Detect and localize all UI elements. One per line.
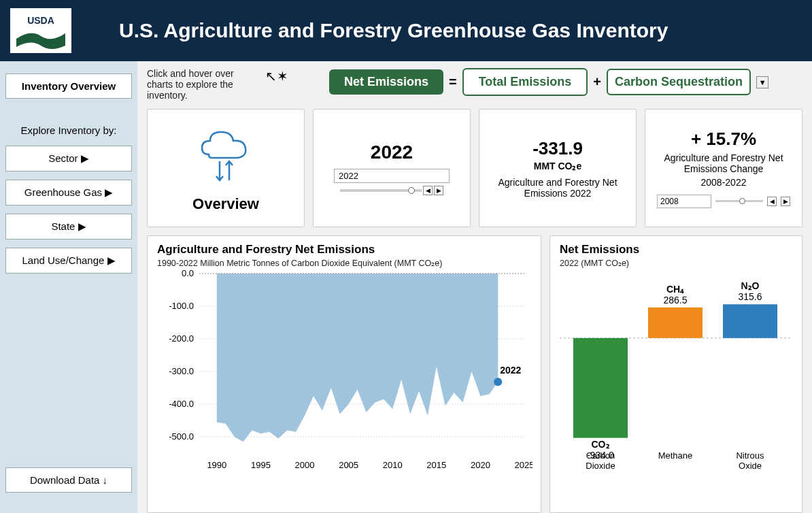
- net-value: -331.9: [532, 138, 583, 159]
- download-data-button[interactable]: Download Data ↓: [5, 467, 132, 493]
- change-desc-2: 2008-2022: [701, 177, 747, 188]
- svg-rect-33: [648, 308, 703, 338]
- svg-text:2025: 2025: [515, 460, 532, 470]
- cursor-icon: ↖✶: [265, 68, 288, 84]
- cloud-icon: [195, 124, 256, 188]
- sidebar-item-state[interactable]: State ▶: [5, 214, 132, 239]
- overview-label: Overview: [192, 195, 259, 213]
- change-value: + 15.7%: [691, 129, 756, 150]
- svg-text:2000: 2000: [295, 460, 315, 470]
- svg-text:286.5: 286.5: [663, 295, 687, 305]
- change-desc-1: Agriculture and Forestry Net Emissions C…: [654, 152, 794, 174]
- area-chart-title: Agriculture and Forestry Net Emissions: [157, 243, 531, 256]
- app-header: USDA U.S. Agriculture and Forestry Green…: [0, 0, 812, 61]
- area-chart[interactable]: 0.0-100.0-200.0-300.0-400.0-500.02022199…: [157, 268, 532, 472]
- svg-text:Nitrous: Nitrous: [736, 450, 764, 461]
- svg-text:Carbon: Carbon: [586, 450, 615, 461]
- sidebar-item-greenhouse-gas[interactable]: Greenhouse Gas ▶: [5, 180, 132, 205]
- sidebar-item-sector[interactable]: Sector ▶: [5, 146, 132, 171]
- explore-by-label: Explore Inventory by:: [5, 125, 132, 136]
- dropdown-toggle[interactable]: ▼: [756, 76, 768, 88]
- svg-text:2005: 2005: [339, 460, 358, 470]
- net-description: Agriculture and Forestry Net Emissions 2…: [488, 177, 628, 199]
- sidebar: Inventory Overview Explore Inventory by:…: [0, 61, 137, 513]
- carbon-sequestration-button[interactable]: Carbon Sequestration: [607, 69, 751, 95]
- svg-text:-500.0: -500.0: [169, 431, 194, 442]
- area-chart-subtitle: 1990-2022 Million Metric Tonnes of Carbo…: [157, 258, 531, 268]
- svg-text:1995: 1995: [251, 460, 271, 470]
- svg-text:-200.0: -200.0: [169, 333, 194, 344]
- net-emissions-button[interactable]: Net Emissions: [329, 69, 443, 95]
- svg-text:Methane: Methane: [658, 450, 693, 461]
- year-slider[interactable]: [340, 189, 422, 192]
- main-content: Click and hover over charts to explore t…: [137, 61, 812, 513]
- svg-text:2022: 2022: [500, 365, 521, 376]
- base-year-slider[interactable]: [715, 200, 763, 202]
- svg-text:USDA: USDA: [27, 15, 54, 26]
- svg-text:2015: 2015: [426, 460, 446, 470]
- base-next-button[interactable]: ▶: [781, 197, 790, 206]
- svg-text:CH₄: CH₄: [666, 284, 684, 295]
- svg-text:Oxide: Oxide: [739, 461, 762, 471]
- svg-point-17: [494, 378, 502, 386]
- selected-year: 2022: [371, 142, 413, 163]
- svg-text:0.0: 0.0: [182, 268, 194, 278]
- svg-text:CO₂: CO₂: [592, 439, 610, 450]
- usda-logo: USDA: [10, 8, 71, 53]
- svg-text:-400.0: -400.0: [169, 399, 194, 409]
- base-prev-button[interactable]: ◀: [767, 197, 777, 206]
- bar-chart-title: Net Emissions: [560, 243, 792, 256]
- formula-row: Net Emissions = Total Emissions + Carbon…: [295, 68, 802, 96]
- year-input[interactable]: 2022: [334, 169, 450, 183]
- net-emissions-card: -331.9 MMT CO₂e Agriculture and Forestry…: [479, 109, 637, 227]
- svg-rect-28: [573, 338, 628, 438]
- svg-text:315.6: 315.6: [738, 291, 762, 302]
- year-prev-button[interactable]: ◀: [423, 186, 433, 195]
- bar-chart-subtitle: 2022 (MMT CO₂e): [560, 258, 792, 268]
- inventory-overview-button[interactable]: Inventory Overview: [5, 73, 132, 99]
- overview-card: Overview: [147, 109, 305, 227]
- year-card: 2022 2022 ◀ ▶: [313, 109, 471, 227]
- svg-text:Dioxide: Dioxide: [586, 461, 615, 471]
- svg-text:2020: 2020: [471, 460, 490, 470]
- equals-symbol: =: [449, 74, 457, 90]
- area-chart-card[interactable]: Agriculture and Forestry Net Emissions 1…: [147, 235, 541, 513]
- svg-text:1990: 1990: [207, 460, 226, 470]
- base-year-input[interactable]: 2008: [657, 195, 711, 208]
- sidebar-item-land-use[interactable]: Land Use/Change ▶: [5, 248, 132, 274]
- bar-chart-card[interactable]: Net Emissions 2022 (MMT CO₂e) CO₂-934.0C…: [549, 235, 802, 513]
- instruction-text: Click and hover over charts to explore t…: [147, 68, 256, 101]
- total-emissions-button[interactable]: Total Emissions: [462, 68, 588, 96]
- svg-text:-100.0: -100.0: [169, 301, 194, 311]
- plus-symbol: +: [593, 74, 601, 90]
- net-unit: MMT CO₂e: [534, 161, 582, 171]
- svg-rect-37: [723, 304, 777, 338]
- change-card: + 15.7% Agriculture and Forestry Net Emi…: [645, 109, 802, 227]
- svg-text:N₂O: N₂O: [741, 280, 760, 291]
- page-title: U.S. Agriculture and Forestry Greenhouse…: [119, 19, 668, 42]
- svg-text:2010: 2010: [383, 460, 403, 470]
- svg-text:-300.0: -300.0: [169, 366, 194, 376]
- bar-chart[interactable]: CO₂-934.0CarbonDioxideCH₄286.5MethaneN₂O…: [560, 268, 791, 472]
- year-next-button[interactable]: ▶: [434, 186, 443, 195]
